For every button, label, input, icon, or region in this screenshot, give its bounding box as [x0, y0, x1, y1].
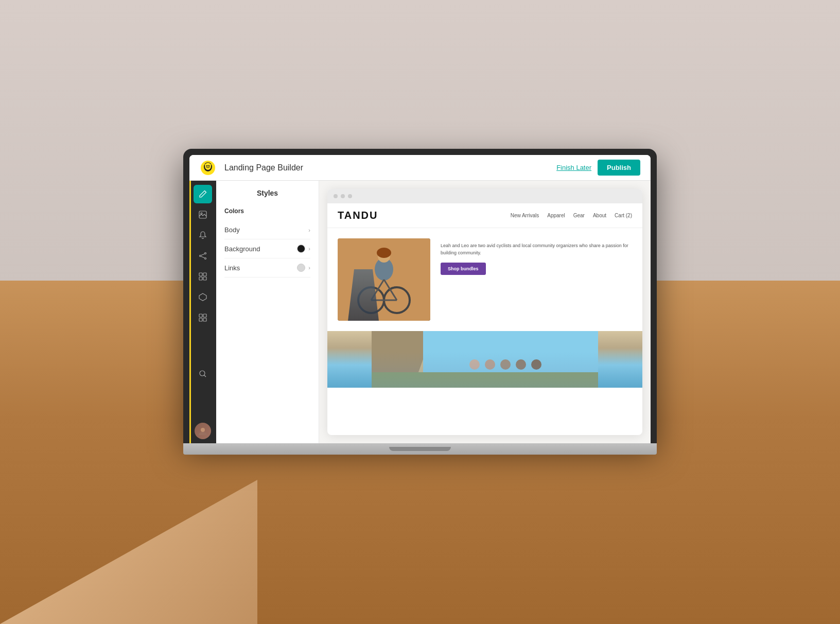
browser-dot-1 — [334, 194, 338, 198]
svg-point-5 — [205, 164, 207, 165]
svg-line-23 — [204, 375, 206, 377]
sidebar-item-components[interactable] — [194, 288, 212, 306]
finish-later-button[interactable]: Finish Later — [556, 164, 591, 171]
sidebar-item-grid[interactable] — [194, 308, 212, 327]
body-color-row[interactable]: Body › — [224, 221, 310, 239]
sidebar — [189, 181, 216, 443]
svg-line-12 — [201, 254, 205, 255]
svg-rect-16 — [199, 277, 202, 280]
laptop: Landing Page Builder Finish Later Publis… — [183, 149, 657, 455]
tandu-navbar: TANDU New Arrivals Apparel Gear About Ca… — [327, 203, 642, 228]
user-avatar[interactable] — [195, 423, 211, 439]
svg-rect-17 — [203, 277, 206, 280]
svg-rect-20 — [199, 318, 202, 321]
svg-point-40 — [500, 359, 511, 370]
sidebar-item-layout[interactable] — [194, 267, 212, 286]
svg-point-9 — [205, 253, 206, 254]
nav-link-3: Gear — [573, 213, 585, 218]
background-color-swatch — [297, 245, 305, 253]
browser-dot-2 — [341, 194, 345, 198]
sidebar-item-search[interactable] — [194, 365, 212, 383]
svg-rect-21 — [203, 318, 206, 321]
body-color-right: › — [308, 227, 310, 233]
styles-panel: Styles Colors Body › Background — [216, 181, 319, 443]
laptop-base — [183, 443, 657, 455]
links-chevron: › — [308, 265, 310, 271]
background-chevron: › — [308, 246, 310, 252]
shop-bundles-button[interactable]: Shop bundles — [441, 263, 486, 275]
tandu-hero: Leah and Leo are two avid cyclists and l… — [327, 228, 642, 331]
svg-rect-15 — [203, 273, 206, 276]
page-title: Landing Page Builder — [224, 163, 556, 172]
background-label: Background — [224, 245, 260, 253]
svg-line-13 — [201, 256, 205, 258]
sidebar-item-images[interactable] — [194, 205, 212, 224]
sidebar-item-notifications[interactable] — [194, 226, 212, 245]
svg-point-38 — [469, 359, 480, 370]
publish-button[interactable]: Publish — [598, 160, 640, 176]
svg-rect-18 — [199, 314, 202, 317]
svg-point-24 — [201, 428, 205, 432]
nav-link-2: Apparel — [547, 213, 565, 218]
hero-description: Leah and Leo are two avid cyclists and l… — [441, 242, 632, 256]
body-chevron: › — [308, 227, 310, 233]
nav-link-4: About — [593, 213, 606, 218]
background-color-row[interactable]: Background › — [224, 239, 310, 258]
sidebar-item-share[interactable] — [194, 247, 212, 265]
svg-point-41 — [516, 359, 526, 370]
laptop-notch — [389, 447, 451, 451]
svg-rect-7 — [199, 211, 206, 218]
svg-rect-36 — [423, 331, 598, 388]
mailchimp-logo — [200, 160, 216, 176]
hero-image — [338, 238, 430, 321]
svg-point-42 — [531, 359, 541, 370]
browser-dot-3 — [348, 194, 352, 198]
links-color-swatch — [297, 264, 305, 272]
links-color-row[interactable]: Links › — [224, 258, 310, 278]
cart-link: Cart (2) — [615, 213, 632, 218]
colors-section-label: Colors — [224, 207, 310, 215]
browser-chrome — [327, 189, 642, 203]
nav-link-1: New Arrivals — [511, 213, 539, 218]
preview-window: TANDU New Arrivals Apparel Gear About Ca… — [327, 189, 642, 435]
svg-point-6 — [209, 164, 212, 165]
styles-panel-title: Styles — [224, 189, 310, 197]
tandu-nav-links: New Arrivals Apparel Gear About — [511, 213, 606, 218]
header-actions: Finish Later Publish — [556, 160, 640, 176]
svg-point-10 — [200, 255, 201, 257]
tandu-second-section — [327, 331, 642, 388]
svg-rect-37 — [372, 372, 598, 388]
svg-point-28 — [377, 248, 391, 258]
hero-text: Leah and Leo are two avid cyclists and l… — [441, 238, 632, 321]
sidebar-item-edit[interactable] — [194, 185, 212, 203]
links-label: Links — [224, 264, 240, 272]
links-color-right: › — [297, 264, 310, 272]
body-label: Body — [224, 226, 240, 234]
preview-area: TANDU New Arrivals Apparel Gear About Ca… — [319, 181, 651, 443]
svg-point-2 — [205, 163, 211, 170]
website-preview: TANDU New Arrivals Apparel Gear About Ca… — [327, 203, 642, 435]
svg-rect-14 — [199, 273, 202, 276]
background-color-right: › — [297, 245, 310, 253]
app-header: Landing Page Builder Finish Later Publis… — [189, 155, 651, 181]
svg-rect-19 — [203, 314, 206, 317]
svg-point-11 — [205, 258, 206, 259]
tandu-brand: TANDU — [338, 210, 378, 221]
svg-point-39 — [485, 359, 495, 370]
svg-point-8 — [201, 213, 202, 214]
